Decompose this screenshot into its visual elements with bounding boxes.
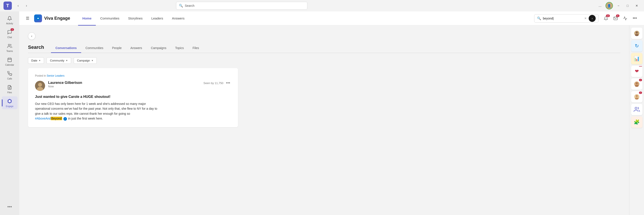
app3-badge (639, 66, 642, 67)
post-seen: Seen by 11,750 ••• (204, 81, 231, 85)
notifications-badge: 12 (606, 15, 610, 17)
search-title: Search (28, 45, 44, 53)
maximize-button[interactable]: □ (624, 2, 631, 10)
right-app-3[interactable]: ❤ (631, 66, 642, 77)
calls-icon (6, 71, 13, 77)
svg-point-20 (635, 107, 637, 109)
search-icon: 🔍 (179, 4, 183, 8)
sidebar-engage-label: Engage (6, 105, 13, 108)
tab-answers[interactable]: Answers (126, 45, 146, 53)
close-button[interactable]: ✕ (633, 2, 640, 10)
nav-arrows: ‹ › (14, 2, 30, 10)
user-avatar[interactable]: 👤 (606, 2, 613, 10)
sidebar-item-files[interactable]: Files (2, 83, 18, 95)
tab-files[interactable]: Files (188, 45, 204, 53)
right-app-1[interactable]: ↻ (631, 40, 642, 52)
sidebar-item-calendar[interactable]: Calendar (2, 55, 18, 68)
post-author-avatar[interactable] (35, 81, 45, 91)
svg-point-15 (636, 82, 638, 84)
tab-people[interactable]: People (108, 45, 126, 53)
right-app-sidebar: ↻ 📊 ❤ 1 (629, 25, 644, 215)
sidebar-more[interactable]: ••• (7, 204, 12, 213)
search-clear-button[interactable]: × (584, 17, 587, 20)
right-app-2[interactable]: 📊 (631, 53, 642, 64)
right-panel: ☰ Viva Engage Home Communities Storyline… (19, 11, 644, 215)
sidebar-item-activity[interactable]: Activity (2, 14, 18, 27)
engage-search-container: 🔍 × › (534, 14, 598, 23)
tab-campaigns[interactable]: Campaigns (146, 45, 171, 53)
title-bar-actions: ... 👤 − □ ✕ (596, 2, 640, 10)
verified-badge: ✓ (64, 117, 67, 121)
main-content: ‹ Search Conversations Communities Peopl… (19, 25, 629, 215)
notifications-button[interactable]: 12 (602, 15, 610, 22)
forward-button[interactable]: › (23, 2, 30, 10)
posted-in-community[interactable]: Senior Leaders (46, 74, 64, 77)
nav-answers[interactable]: Answers (168, 12, 189, 26)
more-options-engage-button[interactable]: ••• (631, 15, 639, 22)
post-hashtag-highlight[interactable]: Beyond (51, 117, 62, 120)
nav-storylines[interactable]: Storylines (124, 12, 147, 26)
tab-communities[interactable]: Communities (81, 45, 108, 53)
svg-point-12 (636, 32, 638, 34)
tab-conversations[interactable]: Conversations (51, 45, 81, 53)
global-search-bar[interactable]: 🔍 Search (176, 2, 307, 10)
nav-home[interactable]: Home (78, 12, 96, 26)
chat-badge: 1 (10, 28, 14, 31)
search-tabs: Conversations Communities People Answers… (51, 44, 203, 53)
community-filter-button[interactable]: Community ▼ (46, 57, 71, 64)
campaign-chevron-icon: ▼ (91, 59, 94, 62)
post-body-line1: Our new CEO has only been here for 1 wee… (35, 102, 146, 106)
back-navigation-button[interactable]: ‹ (28, 32, 36, 40)
back-area: ‹ (28, 32, 620, 40)
sidebar-calendar-label: Calendar (5, 64, 14, 66)
right-app-6[interactable] (631, 104, 642, 115)
nav-communities[interactable]: Communities (96, 12, 124, 26)
engage-nav: Home Communities Storylines Leaders Answ… (78, 11, 534, 25)
sidebar-chat-label: Chat (7, 36, 12, 39)
filters-row: Date ▼ Community ▼ Campaign ▼ (28, 53, 620, 68)
analytics-button[interactable] (621, 15, 629, 22)
post-author-name[interactable]: Laurence Gilbertson (48, 81, 200, 85)
calendar-icon (6, 57, 13, 63)
posted-in-prefix: Posted in (35, 74, 46, 77)
campaign-filter-button[interactable]: Campaign ▼ (74, 57, 97, 64)
more-dots[interactable]: ••• (7, 204, 12, 209)
sidebar-item-engage[interactable]: Engage (2, 96, 18, 109)
chat-icon: 1 (6, 29, 13, 35)
community-chevron-icon: ▼ (66, 59, 68, 62)
sidebar-item-calls[interactable]: Calls (2, 69, 18, 82)
engage-icon (6, 98, 13, 104)
post-hashtag-prefix[interactable]: #AboveAnd (35, 117, 51, 120)
svg-point-9 (38, 83, 42, 87)
right-app-7[interactable]: 🧩 (631, 116, 642, 128)
post-body-line2: operational concerns we've had for the p… (35, 107, 157, 110)
date-filter-button[interactable]: Date ▼ (28, 57, 44, 64)
post-meta: Posted in Senior Leaders (35, 74, 231, 77)
right-app-5[interactable]: 1 (631, 91, 642, 102)
svg-rect-1 (8, 58, 12, 62)
more-options-button[interactable]: ... (596, 2, 604, 10)
post-body: Our new CEO has only been here for 1 wee… (35, 101, 231, 121)
sidebar-item-chat[interactable]: 1 Chat (2, 27, 18, 40)
post-more-button[interactable]: ••• (225, 81, 231, 85)
sidebar-item-teams[interactable]: Teams (2, 41, 18, 54)
sidebar-calls-label: Calls (7, 78, 12, 80)
minimize-button[interactable]: − (615, 2, 622, 10)
right-app-profile[interactable] (631, 28, 642, 39)
teams-logo: T (4, 2, 12, 10)
post-body-line3: give a talk to our sales reps. We cannot… (35, 112, 130, 115)
svg-point-19 (635, 98, 638, 100)
nav-leaders[interactable]: Leaders (147, 12, 168, 26)
sidebar-activity-label: Activity (6, 22, 13, 25)
back-button[interactable]: ‹ (14, 2, 22, 10)
inbox-button[interactable]: 5 (612, 15, 620, 22)
engage-search-icon: 🔍 (537, 17, 541, 20)
post-author-info: Laurence Gilbertson Now (48, 81, 200, 88)
post-timestamp: Now (48, 85, 200, 88)
right-app-4[interactable]: 1 (631, 78, 642, 90)
search-go-button[interactable]: › (589, 15, 596, 22)
tab-topics[interactable]: Topics (170, 45, 188, 53)
date-filter-label: Date (31, 59, 37, 62)
engage-search-input[interactable] (543, 17, 582, 20)
hamburger-button[interactable]: ☰ (24, 15, 30, 22)
